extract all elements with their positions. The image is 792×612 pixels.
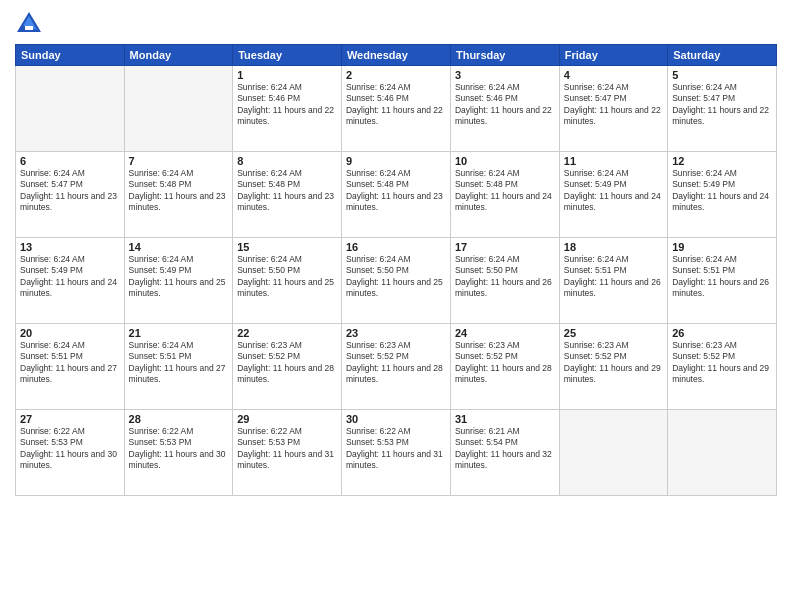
day-number: 29 <box>237 413 337 425</box>
day-info: Sunrise: 6:24 AM Sunset: 5:49 PM Dayligh… <box>672 168 772 214</box>
day-info: Sunrise: 6:24 AM Sunset: 5:51 PM Dayligh… <box>129 340 229 386</box>
calendar-cell: 27Sunrise: 6:22 AM Sunset: 5:53 PM Dayli… <box>16 410 125 496</box>
calendar-cell: 12Sunrise: 6:24 AM Sunset: 5:49 PM Dayli… <box>668 152 777 238</box>
weekday-friday: Friday <box>559 45 667 66</box>
logo-icon <box>15 10 43 38</box>
day-info: Sunrise: 6:24 AM Sunset: 5:47 PM Dayligh… <box>672 82 772 128</box>
day-info: Sunrise: 6:23 AM Sunset: 5:52 PM Dayligh… <box>672 340 772 386</box>
day-number: 22 <box>237 327 337 339</box>
calendar-cell: 11Sunrise: 6:24 AM Sunset: 5:49 PM Dayli… <box>559 152 667 238</box>
weekday-tuesday: Tuesday <box>233 45 342 66</box>
calendar-cell: 24Sunrise: 6:23 AM Sunset: 5:52 PM Dayli… <box>450 324 559 410</box>
day-number: 1 <box>237 69 337 81</box>
day-info: Sunrise: 6:23 AM Sunset: 5:52 PM Dayligh… <box>564 340 663 386</box>
day-info: Sunrise: 6:23 AM Sunset: 5:52 PM Dayligh… <box>455 340 555 386</box>
day-number: 27 <box>20 413 120 425</box>
header <box>15 10 777 38</box>
weekday-header-row: SundayMondayTuesdayWednesdayThursdayFrid… <box>16 45 777 66</box>
calendar-cell: 19Sunrise: 6:24 AM Sunset: 5:51 PM Dayli… <box>668 238 777 324</box>
week-row-2: 13Sunrise: 6:24 AM Sunset: 5:49 PM Dayli… <box>16 238 777 324</box>
day-info: Sunrise: 6:24 AM Sunset: 5:48 PM Dayligh… <box>129 168 229 214</box>
logo <box>15 10 47 38</box>
svg-rect-2 <box>25 26 33 30</box>
week-row-1: 6Sunrise: 6:24 AM Sunset: 5:47 PM Daylig… <box>16 152 777 238</box>
calendar-cell: 30Sunrise: 6:22 AM Sunset: 5:53 PM Dayli… <box>341 410 450 496</box>
day-number: 3 <box>455 69 555 81</box>
calendar-cell: 2Sunrise: 6:24 AM Sunset: 5:46 PM Daylig… <box>341 66 450 152</box>
day-number: 23 <box>346 327 446 339</box>
calendar-cell: 16Sunrise: 6:24 AM Sunset: 5:50 PM Dayli… <box>341 238 450 324</box>
day-info: Sunrise: 6:24 AM Sunset: 5:50 PM Dayligh… <box>237 254 337 300</box>
weekday-wednesday: Wednesday <box>341 45 450 66</box>
weekday-sunday: Sunday <box>16 45 125 66</box>
day-info: Sunrise: 6:22 AM Sunset: 5:53 PM Dayligh… <box>346 426 446 472</box>
calendar-cell: 10Sunrise: 6:24 AM Sunset: 5:48 PM Dayli… <box>450 152 559 238</box>
day-number: 28 <box>129 413 229 425</box>
day-number: 20 <box>20 327 120 339</box>
day-info: Sunrise: 6:22 AM Sunset: 5:53 PM Dayligh… <box>20 426 120 472</box>
calendar-cell: 25Sunrise: 6:23 AM Sunset: 5:52 PM Dayli… <box>559 324 667 410</box>
calendar-cell <box>16 66 125 152</box>
day-number: 8 <box>237 155 337 167</box>
calendar-cell: 6Sunrise: 6:24 AM Sunset: 5:47 PM Daylig… <box>16 152 125 238</box>
week-row-3: 20Sunrise: 6:24 AM Sunset: 5:51 PM Dayli… <box>16 324 777 410</box>
day-number: 30 <box>346 413 446 425</box>
day-number: 25 <box>564 327 663 339</box>
calendar-cell: 23Sunrise: 6:23 AM Sunset: 5:52 PM Dayli… <box>341 324 450 410</box>
calendar-cell: 21Sunrise: 6:24 AM Sunset: 5:51 PM Dayli… <box>124 324 233 410</box>
calendar-table: SundayMondayTuesdayWednesdayThursdayFrid… <box>15 44 777 496</box>
calendar-cell: 20Sunrise: 6:24 AM Sunset: 5:51 PM Dayli… <box>16 324 125 410</box>
day-number: 14 <box>129 241 229 253</box>
day-number: 16 <box>346 241 446 253</box>
day-number: 2 <box>346 69 446 81</box>
day-number: 17 <box>455 241 555 253</box>
day-info: Sunrise: 6:24 AM Sunset: 5:51 PM Dayligh… <box>564 254 663 300</box>
calendar-cell: 3Sunrise: 6:24 AM Sunset: 5:46 PM Daylig… <box>450 66 559 152</box>
day-info: Sunrise: 6:24 AM Sunset: 5:49 PM Dayligh… <box>129 254 229 300</box>
day-number: 7 <box>129 155 229 167</box>
day-info: Sunrise: 6:24 AM Sunset: 5:48 PM Dayligh… <box>346 168 446 214</box>
day-number: 4 <box>564 69 663 81</box>
calendar-cell: 29Sunrise: 6:22 AM Sunset: 5:53 PM Dayli… <box>233 410 342 496</box>
calendar-cell <box>668 410 777 496</box>
day-info: Sunrise: 6:24 AM Sunset: 5:51 PM Dayligh… <box>20 340 120 386</box>
day-info: Sunrise: 6:21 AM Sunset: 5:54 PM Dayligh… <box>455 426 555 472</box>
day-number: 19 <box>672 241 772 253</box>
day-number: 24 <box>455 327 555 339</box>
week-row-0: 1Sunrise: 6:24 AM Sunset: 5:46 PM Daylig… <box>16 66 777 152</box>
day-info: Sunrise: 6:24 AM Sunset: 5:50 PM Dayligh… <box>346 254 446 300</box>
calendar-cell: 14Sunrise: 6:24 AM Sunset: 5:49 PM Dayli… <box>124 238 233 324</box>
day-number: 11 <box>564 155 663 167</box>
calendar-cell <box>559 410 667 496</box>
day-info: Sunrise: 6:24 AM Sunset: 5:49 PM Dayligh… <box>564 168 663 214</box>
day-info: Sunrise: 6:24 AM Sunset: 5:46 PM Dayligh… <box>346 82 446 128</box>
day-info: Sunrise: 6:24 AM Sunset: 5:47 PM Dayligh… <box>20 168 120 214</box>
calendar-cell: 4Sunrise: 6:24 AM Sunset: 5:47 PM Daylig… <box>559 66 667 152</box>
day-info: Sunrise: 6:22 AM Sunset: 5:53 PM Dayligh… <box>237 426 337 472</box>
day-info: Sunrise: 6:24 AM Sunset: 5:48 PM Dayligh… <box>237 168 337 214</box>
calendar-cell: 9Sunrise: 6:24 AM Sunset: 5:48 PM Daylig… <box>341 152 450 238</box>
calendar-cell: 15Sunrise: 6:24 AM Sunset: 5:50 PM Dayli… <box>233 238 342 324</box>
day-number: 18 <box>564 241 663 253</box>
day-number: 6 <box>20 155 120 167</box>
day-info: Sunrise: 6:24 AM Sunset: 5:51 PM Dayligh… <box>672 254 772 300</box>
day-number: 15 <box>237 241 337 253</box>
day-info: Sunrise: 6:24 AM Sunset: 5:46 PM Dayligh… <box>455 82 555 128</box>
day-number: 13 <box>20 241 120 253</box>
calendar-cell: 18Sunrise: 6:24 AM Sunset: 5:51 PM Dayli… <box>559 238 667 324</box>
calendar-cell: 31Sunrise: 6:21 AM Sunset: 5:54 PM Dayli… <box>450 410 559 496</box>
calendar-cell: 5Sunrise: 6:24 AM Sunset: 5:47 PM Daylig… <box>668 66 777 152</box>
weekday-thursday: Thursday <box>450 45 559 66</box>
calendar-cell: 1Sunrise: 6:24 AM Sunset: 5:46 PM Daylig… <box>233 66 342 152</box>
day-number: 5 <box>672 69 772 81</box>
calendar-cell: 17Sunrise: 6:24 AM Sunset: 5:50 PM Dayli… <box>450 238 559 324</box>
day-info: Sunrise: 6:24 AM Sunset: 5:47 PM Dayligh… <box>564 82 663 128</box>
calendar-cell: 28Sunrise: 6:22 AM Sunset: 5:53 PM Dayli… <box>124 410 233 496</box>
week-row-4: 27Sunrise: 6:22 AM Sunset: 5:53 PM Dayli… <box>16 410 777 496</box>
calendar-cell: 22Sunrise: 6:23 AM Sunset: 5:52 PM Dayli… <box>233 324 342 410</box>
day-info: Sunrise: 6:24 AM Sunset: 5:49 PM Dayligh… <box>20 254 120 300</box>
day-info: Sunrise: 6:24 AM Sunset: 5:48 PM Dayligh… <box>455 168 555 214</box>
day-info: Sunrise: 6:24 AM Sunset: 5:46 PM Dayligh… <box>237 82 337 128</box>
page: SundayMondayTuesdayWednesdayThursdayFrid… <box>0 0 792 612</box>
day-info: Sunrise: 6:22 AM Sunset: 5:53 PM Dayligh… <box>129 426 229 472</box>
